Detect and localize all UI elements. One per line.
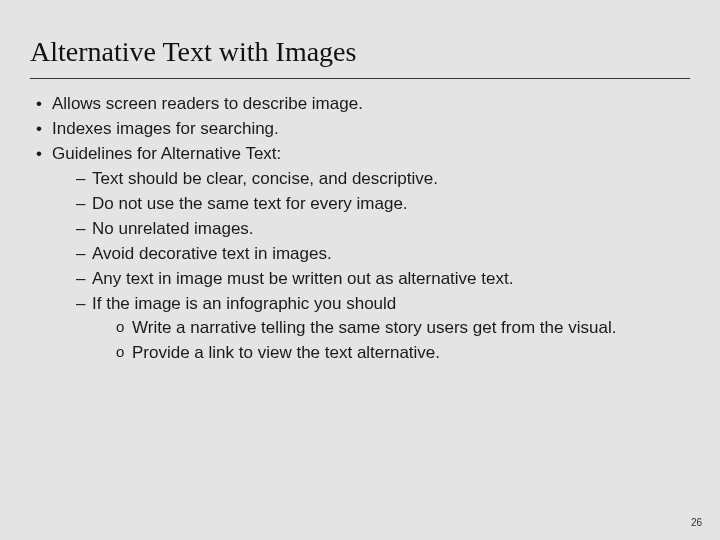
bullet-list-level2: Text should be clear, concise, and descr… [52, 168, 690, 366]
list-item: Allows screen readers to describe image. [36, 93, 690, 116]
list-item: Text should be clear, concise, and descr… [76, 168, 690, 191]
bullet-text: Avoid decorative text in images. [92, 244, 332, 263]
bullet-text: No unrelated images. [92, 219, 254, 238]
page-number: 26 [691, 517, 702, 528]
list-item: Write a narrative telling the same story… [116, 317, 690, 340]
list-item: Indexes images for searching. [36, 118, 690, 141]
title-area: Alternative Text with Images [0, 0, 720, 74]
bullet-list-level3: Write a narrative telling the same story… [92, 317, 690, 365]
slide: Alternative Text with Images Allows scre… [0, 0, 720, 540]
list-item: Any text in image must be written out as… [76, 268, 690, 291]
list-item: If the image is an infographic you shoul… [76, 293, 690, 366]
bullet-text: Any text in image must be written out as… [92, 269, 513, 288]
bullet-text: Text should be clear, concise, and descr… [92, 169, 438, 188]
list-item: Avoid decorative text in images. [76, 243, 690, 266]
bullet-text: Write a narrative telling the same story… [132, 318, 616, 337]
slide-title: Alternative Text with Images [30, 36, 690, 68]
bullet-text: Do not use the same text for every image… [92, 194, 408, 213]
slide-body: Allows screen readers to describe image.… [0, 79, 720, 365]
list-item: Guidelines for Alternative Text: Text sh… [36, 143, 690, 365]
list-item: Provide a link to view the text alternat… [116, 342, 690, 365]
bullet-text: Indexes images for searching. [52, 119, 279, 138]
bullet-text: Guidelines for Alternative Text: [52, 144, 281, 163]
bullet-text: Provide a link to view the text alternat… [132, 343, 440, 362]
bullet-text: If the image is an infographic you shoul… [92, 294, 396, 313]
bullet-text: Allows screen readers to describe image. [52, 94, 363, 113]
list-item: No unrelated images. [76, 218, 690, 241]
list-item: Do not use the same text for every image… [76, 193, 690, 216]
bullet-list-level1: Allows screen readers to describe image.… [30, 93, 690, 365]
